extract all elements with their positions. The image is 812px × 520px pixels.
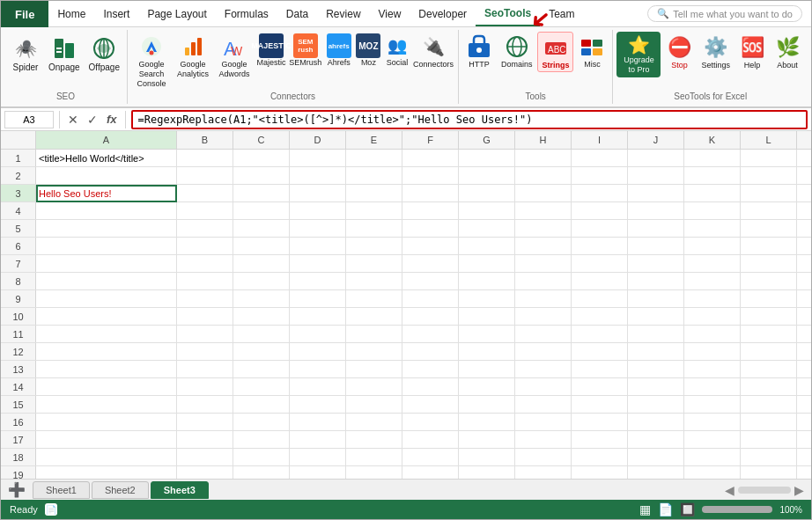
cell-c15[interactable] [233,396,290,414]
cell-e4[interactable] [346,202,402,220]
cell-j2[interactable] [628,167,684,185]
cell-j10[interactable] [628,308,684,326]
cell-h10[interactable] [515,308,572,326]
cell-i9[interactable] [572,290,628,308]
cell-m9[interactable] [797,290,811,308]
cell-a4[interactable] [36,202,177,220]
cell-f19[interactable] [402,466,459,479]
cell-f11[interactable] [402,326,459,343]
cell-a3[interactable]: Hello Seo Users! [36,185,177,202]
cell-f6[interactable] [402,238,459,255]
cell-g5[interactable] [459,220,515,238]
cell-k3[interactable] [684,185,741,202]
cell-h1[interactable] [515,150,572,167]
col-header-f[interactable]: F [402,131,459,149]
cell-h6[interactable] [515,238,572,255]
row-number[interactable]: 4 [1,202,36,219]
cell-f7[interactable] [402,255,459,273]
cell-d12[interactable] [290,343,346,361]
cell-l10[interactable] [741,308,797,326]
cell-g17[interactable] [459,431,515,449]
add-sheet-button[interactable]: ➕ [1,481,33,498]
row-number[interactable]: 8 [1,273,36,289]
cell-b4[interactable] [177,202,233,220]
cell-f5[interactable] [402,220,459,238]
cell-g14[interactable] [459,378,515,396]
cell-g13[interactable] [459,361,515,378]
cell-g6[interactable] [459,238,515,255]
cell-i18[interactable] [572,449,628,466]
cell-f15[interactable] [402,396,459,414]
cell-m19[interactable] [797,466,811,479]
cell-h13[interactable] [515,361,572,378]
cell-f17[interactable] [402,431,459,449]
cell-e15[interactable] [346,396,402,414]
cell-j12[interactable] [628,343,684,361]
cell-i5[interactable] [572,220,628,238]
cell-l17[interactable] [741,431,797,449]
cell-d16[interactable] [290,414,346,431]
cell-h16[interactable] [515,414,572,431]
stop-button[interactable]: ⛔ Stop [662,32,696,72]
moz-button[interactable]: MOZ Moz [355,32,382,69]
settings-button[interactable]: ⚙️ Settings [698,32,734,72]
cell-i4[interactable] [572,202,628,220]
row-number[interactable]: 11 [1,326,36,342]
cell-c13[interactable] [233,361,290,378]
cell-m12[interactable] [797,343,811,361]
cell-l9[interactable] [741,290,797,308]
cell-e14[interactable] [346,378,402,396]
cell-h7[interactable] [515,255,572,273]
cell-k9[interactable] [684,290,741,308]
cell-h3[interactable] [515,185,572,202]
cell-j1[interactable] [628,150,684,167]
cell-b1[interactable] [177,150,233,167]
cell-g1[interactable] [459,150,515,167]
cell-e2[interactable] [346,167,402,185]
cell-a9[interactable] [36,290,177,308]
row-number[interactable]: 5 [1,220,36,237]
cell-b5[interactable] [177,220,233,238]
row-number[interactable]: 15 [1,396,36,413]
cell-d4[interactable] [290,202,346,220]
cell-k11[interactable] [684,326,741,343]
cell-k1[interactable] [684,150,741,167]
cell-f13[interactable] [402,361,459,378]
cell-g12[interactable] [459,343,515,361]
cell-g16[interactable] [459,414,515,431]
cell-h4[interactable] [515,202,572,220]
row-number[interactable]: 1 [1,150,36,166]
cell-f18[interactable] [402,449,459,466]
offpage-button[interactable]: Offpage [85,32,123,75]
google-search-console-button[interactable]: Google Search Console [131,32,172,90]
cell-j6[interactable] [628,238,684,255]
cell-b10[interactable] [177,308,233,326]
cell-b2[interactable] [177,167,233,185]
cell-h17[interactable] [515,431,572,449]
cell-l4[interactable] [741,202,797,220]
cell-j14[interactable] [628,378,684,396]
row-number[interactable]: 19 [1,466,36,479]
cell-h9[interactable] [515,290,572,308]
row-number[interactable]: 2 [1,167,36,184]
row-number[interactable]: 13 [1,361,36,377]
cell-g2[interactable] [459,167,515,185]
cell-a13[interactable] [36,361,177,378]
col-header-k[interactable]: K [684,131,741,149]
cell-e9[interactable] [346,290,402,308]
cell-e8[interactable] [346,273,402,290]
col-header-e[interactable]: E [346,131,402,149]
cell-l12[interactable] [741,343,797,361]
cell-d17[interactable] [290,431,346,449]
cell-d14[interactable] [290,378,346,396]
spider-button[interactable]: 🕷️ Spider [8,32,43,75]
cell-a18[interactable] [36,449,177,466]
cell-k14[interactable] [684,378,741,396]
cell-d9[interactable] [290,290,346,308]
cell-a16[interactable] [36,414,177,431]
cell-c12[interactable] [233,343,290,361]
cell-m17[interactable] [797,431,811,449]
cell-g7[interactable] [459,255,515,273]
cell-c7[interactable] [233,255,290,273]
sheet-tab-sheet2[interactable]: Sheet2 [92,481,149,499]
